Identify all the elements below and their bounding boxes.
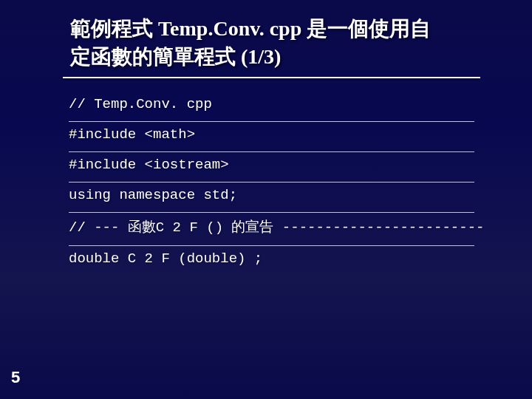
code-line: // --- 函數C 2 F () 的宣告 ------------------… xyxy=(69,213,474,246)
code-line: using namespace std; xyxy=(69,183,474,213)
slide-content: 範例程式 Temp.Conv. cpp 是一個使用自 定函數的簡單程式 (1/3… xyxy=(0,0,532,290)
slide-title: 範例程式 Temp.Conv. cpp 是一個使用自 定函數的簡單程式 (1/3… xyxy=(70,15,473,71)
title-roman-1: Temp.Conv. cpp xyxy=(158,17,307,40)
title-underline xyxy=(63,77,480,78)
code-line: #include <math> xyxy=(69,122,474,152)
code-line: // Temp.Conv. cpp xyxy=(69,92,474,122)
title-text-2: 是一個使用自 xyxy=(307,17,431,40)
code-line: #include <iostream> xyxy=(69,152,474,183)
page-number: 5 xyxy=(11,368,20,387)
code-line: double C 2 F (double) ; xyxy=(69,246,474,276)
title-text-1: 範例程式 xyxy=(70,17,158,40)
title-roman-2: (1/3) xyxy=(241,45,281,68)
title-text-3: 定函數的簡單程式 xyxy=(70,45,241,68)
